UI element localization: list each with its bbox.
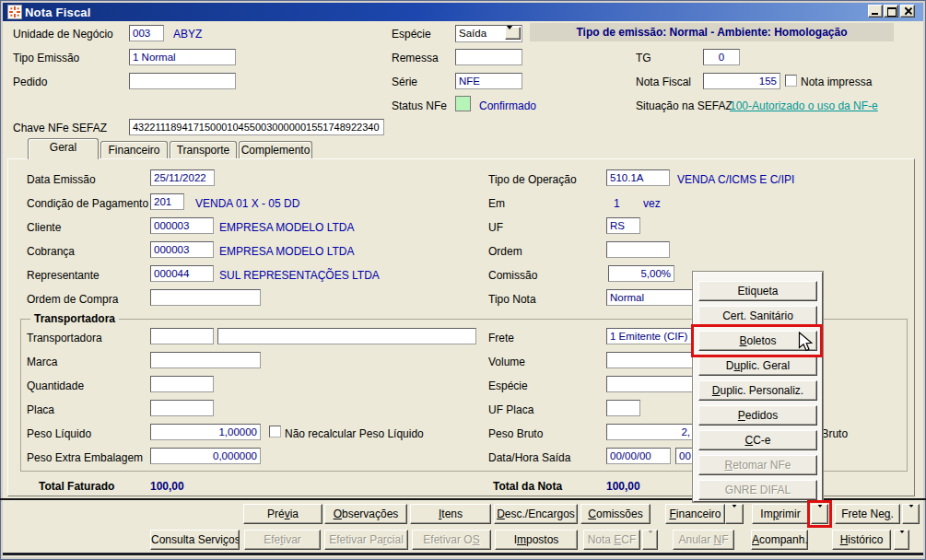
tipo-operacao-desc: VENDA C/ICMS E C/IPI: [677, 173, 794, 186]
ordem-compra-label: Ordem de Compra: [27, 293, 118, 306]
tab-financeiro[interactable]: Financeiro: [100, 141, 168, 159]
marca-label: Marca: [27, 356, 57, 368]
tab-transporte[interactable]: Transporte: [170, 141, 237, 159]
serie-field[interactable]: NFE: [455, 73, 522, 89]
representante-label: Representante: [27, 269, 100, 282]
mouse-cursor-icon: [798, 332, 815, 356]
chave-field[interactable]: 4322111894171500010455003000000155174892…: [129, 119, 384, 135]
ordem-compra-field[interactable]: [150, 289, 261, 306]
total-faturado-value: 100,00: [150, 480, 184, 493]
placa-field[interactable]: [150, 400, 214, 416]
title-bar: Nota Fiscal: [3, 3, 923, 21]
em-unit: vez: [643, 197, 661, 210]
historico-dropdown-icon[interactable]: [894, 530, 909, 550]
tipo-operacao-label: Tipo de Operação: [488, 173, 577, 186]
tg-field[interactable]: 0: [703, 49, 740, 65]
peso-extra-field[interactable]: 0,000000: [150, 448, 261, 464]
pedido-field[interactable]: [129, 73, 236, 89]
consulta-servicos-button[interactable]: Consulta Serviços: [150, 530, 240, 550]
close-icon[interactable]: [900, 5, 915, 18]
pedido-label: Pedido: [13, 76, 47, 88]
peso-extra-label: Peso Extra Embalagem: [27, 451, 143, 464]
efetivar-os-button: Efetivar OS: [412, 530, 491, 550]
marca-field[interactable]: [150, 352, 261, 368]
data-emissao-field[interactable]: 25/11/2022: [150, 169, 215, 186]
cobranca-desc: EMPRESA MODELO LTDA: [219, 245, 354, 258]
tab-geral[interactable]: Geral: [28, 138, 99, 159]
representante-field[interactable]: 000044: [150, 265, 214, 282]
observacoes-button[interactable]: Observações: [324, 504, 407, 524]
cond-pagamento-field[interactable]: 201: [150, 193, 184, 210]
status-nfe-indicator: [455, 96, 471, 111]
frete-neg-button[interactable]: Frete Neg.: [835, 504, 900, 524]
menu-duplic-personaliz-button[interactable]: Duplic. Personaliz.: [698, 380, 817, 401]
especie-dropdown-icon[interactable]: [505, 27, 521, 40]
data-hora-saida-label: Data/Hora Saída: [488, 451, 570, 464]
ordem-field[interactable]: [606, 241, 670, 258]
cond-pagamento-label: Condição de Pagamento: [27, 197, 148, 210]
frete-label: Frete: [488, 332, 514, 344]
tipo-emissao-label: Tipo Emissão: [13, 52, 79, 64]
imprimir-button[interactable]: Imprimir: [752, 504, 809, 524]
cliente-label: Cliente: [27, 221, 61, 234]
especie-value: Saída: [459, 28, 486, 39]
transportadora-desc-field[interactable]: [217, 328, 476, 344]
cobranca-field[interactable]: 000003: [150, 241, 214, 258]
uf-placa-field[interactable]: [606, 400, 640, 416]
acompanh-button[interactable]: Acompanh.: [751, 530, 808, 550]
cliente-field[interactable]: 000003: [150, 217, 214, 234]
especie-label: Espécie: [392, 28, 431, 41]
serie-label: Série: [392, 76, 417, 88]
tipo-operacao-field[interactable]: 510.1A: [606, 169, 670, 186]
tab-complemento[interactable]: Complemento: [239, 141, 312, 159]
minimize-icon[interactable]: [868, 5, 883, 18]
comissao-field[interactable]: 5,00%: [608, 265, 674, 282]
especie-combobox[interactable]: Saída: [455, 25, 522, 42]
placa-label: Placa: [27, 403, 54, 416]
menu-cert-sanitario-button[interactable]: Cert. Sanitário: [698, 306, 817, 326]
peso-liquido-label: Peso Líquido: [27, 427, 91, 440]
frete-neg-dropdown-icon[interactable]: [902, 504, 920, 524]
uf-label: UF: [488, 221, 503, 234]
nota-impressa-checkbox[interactable]: [785, 75, 797, 87]
total-nota-label: Total da Nota: [493, 480, 562, 493]
menu-etiqueta-button[interactable]: Etiqueta: [698, 281, 817, 301]
status-nfe-value: Confirmado: [479, 99, 536, 112]
uf-field[interactable]: RS: [606, 217, 640, 234]
volume-label: Volume: [488, 356, 525, 368]
nota-fiscal-field[interactable]: 155: [703, 73, 780, 89]
total-faturado-label: Total Faturado: [39, 480, 114, 493]
ordem-label: Ordem: [488, 245, 522, 258]
tg-label: TG: [636, 52, 651, 64]
menu-pedidos-button[interactable]: Pedidos: [698, 405, 817, 426]
efetivar-button: Efetivar: [244, 530, 321, 550]
impostos-button[interactable]: Impostos: [495, 530, 578, 550]
window-bottom-edge: [3, 553, 923, 555]
financeiro-button[interactable]: Financeiro: [665, 504, 725, 524]
previa-button[interactable]: Prévia: [243, 504, 322, 524]
quantidade-field[interactable]: [150, 376, 214, 392]
emissao-ambiente-banner: Tipo de emissão: Normal - Ambiente: Homo…: [530, 23, 894, 41]
itens-button[interactable]: Itens: [410, 504, 491, 524]
tipo-emissao-field[interactable]: 1 Normal: [129, 49, 236, 65]
maximize-icon[interactable]: [884, 5, 898, 18]
situacao-sefaz-link[interactable]: 100-Autorizado o uso da NF-e: [730, 99, 878, 112]
nao-recalcular-peso-liquido-checkbox[interactable]: [269, 426, 281, 438]
menu-cce-button[interactable]: CC-e: [698, 430, 817, 450]
unidade-negocio-field[interactable]: 003: [129, 25, 164, 41]
data-saida-field[interactable]: 00/00/00: [606, 448, 671, 464]
menu-duplic-geral-button[interactable]: Duplic. Geral: [698, 356, 817, 376]
desc-encargos-button[interactable]: Desc./Encargos: [494, 504, 578, 524]
financeiro-dropdown-icon[interactable]: [725, 504, 744, 524]
unidade-negocio-label: Unidade de Negócio: [13, 28, 113, 41]
representante-desc: SUL REPRESENTAÇÕES LTDA: [219, 269, 380, 282]
remessa-field[interactable]: [455, 49, 522, 65]
remessa-label: Remessa: [392, 52, 439, 64]
transportadora-code-field[interactable]: [150, 328, 214, 344]
comissoes-button[interactable]: Comissões: [580, 504, 651, 524]
transportadora-label: Transportadora: [27, 332, 102, 344]
cliente-desc: EMPRESA MODELO LTDA: [219, 221, 354, 234]
historico-button[interactable]: Histórico: [832, 530, 891, 550]
data-emissao-label: Data Emissão: [27, 173, 96, 186]
peso-liquido-field[interactable]: 1,00000: [150, 424, 261, 440]
